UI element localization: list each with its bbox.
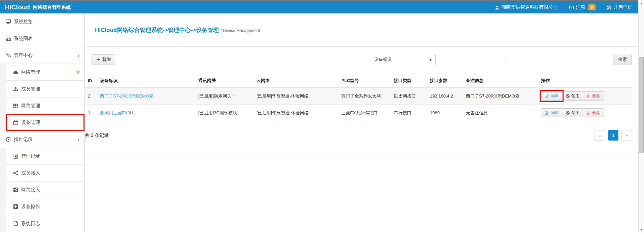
pagination-next-button[interactable]: » [621,130,632,141]
cell-gateway: [已启用]3G测试模块 [196,105,254,121]
device-link[interactable]: 测试用三菱FX3U [100,110,133,115]
breadcrumb-suffix: / Device Management [221,28,260,33]
messages-label: 消息 [576,4,585,10]
breadcrumb: HiCloud网络综合管理系统->管理中心->设备管理 / Device Man… [85,13,638,47]
col-header-remark: 备注信息 [463,74,538,88]
sidebar-item-system-overview[interactable]: 系统总览 [0,13,84,30]
header-right-group: 湖南华辰智通科技有限公司 消息 0 开启全屏 [495,4,632,10]
sidebar-item-system-charts[interactable]: 系统图表 [0,30,84,47]
sidebar-item-label: 成员接入 [21,170,40,176]
sidebar-item-label: 系统日志 [21,221,40,227]
device-link[interactable]: 西门子S7-200演示DEMO箱 [100,93,154,99]
table-header-row: ID 设备标识 通讯网关 云网络 PLC型号 接口类型 接口参数 备注信息 操作 [85,74,632,88]
app-title: 网络综合管理系统 [33,4,71,10]
sidebar-item-management-center[interactable]: 管理中心 › [0,47,84,64]
sidebar-item-management-records[interactable]: 管理记录 [0,148,84,165]
edit-icon [545,94,549,98]
sidebar-item-operation-records[interactable]: 操作记录 › [0,131,84,148]
sidebar-item-gateway-access[interactable]: 网关接入 [0,182,84,198]
cell-iface-param: 1989 [427,105,463,121]
sidebar: 系统总览 系统图表 管理中心 › 网络管理 ★ 成员管理 网关管理 设备管理 [0,13,85,233]
disable-button[interactable]: 禁用 [562,108,583,117]
scrollbar-thumb[interactable] [639,57,644,153]
sidebar-item-label: 网关管理 [21,103,40,109]
search-input[interactable] [506,54,613,65]
sidebar-item-member-management[interactable]: 成员管理 [0,81,84,98]
user-icon [495,5,499,10]
edit-icon [545,111,549,115]
trash-icon [586,111,591,115]
search-button[interactable]: 搜索 [613,54,632,65]
sidebar-item-label: 网关接入 [21,187,40,193]
filter-field-select[interactable]: 设备标识 ▾ [370,54,436,65]
row-actions: 编辑 禁用 删除 [541,108,604,117]
col-header-iface-type: 接口类型 [391,74,427,88]
cloud-icon [13,70,18,75]
device-table: ID 设备标识 通讯网关 云网络 PLC型号 接口类型 接口参数 备注信息 操作… [85,74,632,121]
pagination-prev-button[interactable]: « [595,130,605,141]
add-button-label: 新增 [102,56,111,63]
cell-iface-type: 以太网接口 [391,88,427,105]
cell-gateway: [已启用]演示网关一 [196,88,254,105]
pagination-page-1[interactable]: 1 [608,130,618,141]
fullscreen-icon [607,5,611,10]
app-header: HiCloud 网络综合管理系统 湖南华辰智通科技有限公司 消息 0 开启全屏 [0,1,638,13]
app-logo: HiCloud [5,4,30,11]
breadcrumb-path: HiCloud网络综合管理系统->管理中心->设备管理 [95,26,219,34]
cell-plc: 三菱FX系列编程口 [339,105,391,121]
envelope-icon [569,5,574,10]
edit-button-label: 编辑 [550,110,558,116]
sidebar-item-device-operations[interactable]: 设备操作 [0,198,84,215]
grid-icon [13,103,18,108]
vertical-scrollbar[interactable]: ▲ ▼ [638,0,644,233]
sidebar-item-label: 管理中心 [14,52,33,59]
company-name: 湖南华辰智通科技有限公司 [501,4,558,10]
delete-button[interactable]: 删除 [583,91,604,101]
sidebar-item-label: 管理记录 [21,153,40,159]
sidebar-item-network-management[interactable]: 网络管理 ★ [0,64,84,81]
sidebar-item-system-logs[interactable]: 系统日志 [0,215,84,232]
sidebar-item-label: 操作记录 [14,137,33,143]
ban-icon [566,111,570,115]
sidebar-item-label: 设备操作 [21,204,40,210]
current-company[interactable]: 湖南华辰智通科技有限公司 [495,4,558,10]
cell-plc: 西门子全系列以太网 [339,88,391,105]
sidebar-item-label: 系统总览 [14,19,33,25]
cell-remark: 西门子S7-200演示DEMO箱 [463,88,538,105]
fullscreen-button[interactable]: 开启全屏 [607,4,632,10]
gears-icon [6,53,11,58]
col-header-plc: PLC型号 [339,74,391,88]
star-icon: ★ [76,69,81,76]
sidebar-item-label: 设备管理 [21,120,40,126]
delete-button-label: 删除 [592,110,600,116]
table-footer: 共 2 条记录 « 1 » [85,130,632,141]
sidebar-item-device-management[interactable]: 设备管理 [0,114,84,131]
scroll-up-arrow-icon[interactable]: ▲ [639,1,644,5]
table-row: 2 西门子S7-200演示DEMO箱 [已启用]演示网关一 [已启用]华辰智通-… [85,88,632,105]
add-button[interactable]: 新增 [92,54,115,65]
sitemap-icon [13,86,18,91]
col-header-id: ID [85,74,97,88]
col-header-device: 设备标识 [97,74,196,88]
chevron-right-icon: › [77,136,79,143]
share-icon [13,170,18,176]
chevron-right-icon: › [77,52,79,59]
table-row: 1 测试用三菱FX3U [已启用]3G测试模块 [已启用]华辰智通-体验网络 三… [85,105,632,121]
edit-button[interactable]: 编辑 [541,108,562,117]
caret-down-icon: ▾ [429,57,432,62]
messages-button[interactable]: 消息 0 [569,4,596,10]
edit-button[interactable]: 编辑 [541,91,562,101]
disable-button[interactable]: 禁用 [562,91,583,101]
col-header-iface-param: 接口参数 [427,74,463,88]
calendar-icon [13,120,18,125]
plus-square-icon [13,204,18,209]
bar-chart-icon [6,36,11,41]
search-group: 搜索 [506,54,632,65]
cell-remark: 无备注信息 [463,105,538,121]
delete-button[interactable]: 删除 [583,108,604,117]
sidebar-item-member-access[interactable]: 成员接入 [0,165,84,182]
sidebar-item-label: 成员管理 [21,86,40,92]
scroll-down-arrow-icon[interactable]: ▼ [639,228,644,232]
section-divider [85,158,632,158]
sidebar-item-gateway-management[interactable]: 网关管理 [0,98,84,114]
